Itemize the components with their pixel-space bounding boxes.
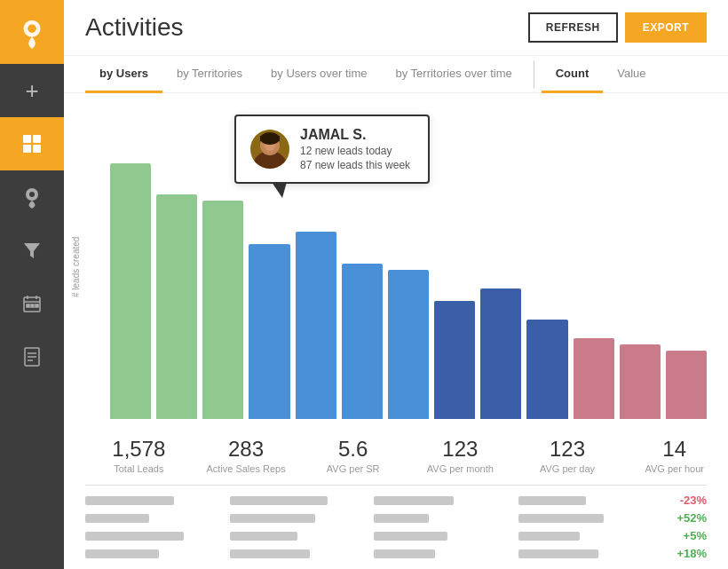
refresh-button[interactable]: REFRESH [528, 12, 618, 43]
sidebar: + [0, 0, 64, 569]
skeleton-line [518, 496, 586, 505]
sidebar-filter-icon[interactable] [0, 224, 64, 277]
stat-label-active-reps: Active Sales Reps [193, 463, 300, 474]
tab-by-territories-over-time[interactable]: by Territories over time [381, 56, 526, 93]
sidebar-calendar-icon[interactable] [0, 277, 64, 330]
bar-5[interactable] [296, 232, 336, 419]
chart-area: # leads created [64, 93, 728, 426]
bar-9[interactable] [480, 288, 521, 419]
tab-divider [534, 61, 534, 88]
user-tooltip: JAMAL S. 12 new leads today 87 new leads… [234, 115, 430, 184]
stat-active-reps: 283 Active Sales Reps [193, 437, 300, 474]
tab-by-users[interactable]: by Users [85, 56, 162, 93]
percent-row-1: -23% [680, 496, 707, 505]
tooltip-line1: 12 new leads today [300, 145, 410, 157]
tooltip-avatar [250, 130, 289, 169]
svg-rect-4 [23, 145, 31, 153]
skeleton-line [85, 496, 174, 505]
bar-2[interactable] [156, 194, 197, 419]
main-tabs: by Users by Territories by Users over ti… [85, 56, 526, 92]
skeleton-line [230, 532, 297, 541]
skeleton-line [518, 532, 580, 541]
list-col-2 [230, 496, 353, 558]
svg-rect-3 [33, 135, 41, 143]
stat-label-avg-hour: AVG per hour [621, 463, 728, 474]
svg-rect-14 [31, 304, 34, 307]
bar-11[interactable] [574, 338, 614, 419]
skeleton-line [518, 549, 598, 558]
skeleton-line [85, 549, 159, 558]
bar-8[interactable] [434, 301, 475, 419]
y-axis-label: # leads created [66, 107, 85, 426]
tabs-bar: by Users by Territories by Users over ti… [64, 56, 728, 93]
svg-marker-8 [24, 243, 40, 258]
header: Activities REFRESH EXPORT [64, 0, 728, 56]
sidebar-add-icon[interactable]: + [0, 64, 64, 117]
sidebar-document-icon[interactable] [0, 330, 64, 383]
skeleton-line [518, 514, 605, 523]
stats-row: 1,578 Total Leads 283 Active Sales Reps … [64, 426, 728, 485]
page-title: Activities [85, 13, 183, 42]
tab-by-territories[interactable]: by Territories [162, 56, 257, 93]
sidebar-logo[interactable] [0, 0, 64, 64]
percent-row-3: +5% [684, 532, 707, 541]
sidebar-grid-icon[interactable] [0, 117, 64, 170]
stat-label-total-leads: Total Leads [85, 463, 193, 474]
percent-row-4: +18% [677, 549, 707, 558]
stat-value-avg-hour: 14 [621, 437, 728, 462]
stat-avg-hour: 14 AVG per hour [621, 437, 728, 474]
skeleton-line [374, 514, 429, 523]
sidebar-location-icon[interactable] [0, 170, 64, 224]
bar-13[interactable] [666, 351, 707, 419]
stat-avg-sr: 5.6 AVG per SR [299, 437, 407, 474]
percent-row-2: +52% [677, 514, 707, 523]
percent-col: -23% +52% +5% +18% [662, 496, 707, 558]
bar-3[interactable] [202, 201, 243, 419]
stat-value-active-reps: 283 [193, 437, 300, 462]
stat-value-avg-sr: 5.6 [299, 437, 407, 462]
bar-6[interactable] [342, 264, 383, 420]
svg-rect-15 [36, 304, 38, 307]
skeleton-line [230, 496, 328, 505]
list-col-1 [85, 496, 209, 558]
skeleton-line [374, 496, 454, 505]
header-actions: REFRESH EXPORT [528, 12, 707, 43]
stat-value-avg-month: 123 [407, 437, 514, 462]
svg-rect-5 [33, 145, 41, 153]
bar-10[interactable] [526, 320, 567, 419]
tooltip-line2: 87 new leads this week [300, 159, 410, 171]
svg-rect-13 [27, 304, 29, 307]
svg-rect-24 [260, 136, 280, 141]
skeleton-line [230, 549, 310, 558]
bar-12[interactable] [620, 344, 661, 419]
bar-1[interactable] [110, 163, 151, 419]
tab-value[interactable]: Value [603, 56, 660, 93]
list-col-3 [374, 496, 497, 558]
bar-4[interactable] [249, 244, 289, 419]
skeleton-line [374, 532, 447, 541]
tooltip-name: JAMAL S. [300, 127, 410, 143]
stat-label-avg-day: AVG per day [514, 463, 621, 474]
list-col-4 [518, 496, 642, 558]
secondary-tabs: Count Value [542, 56, 661, 92]
stat-value-total-leads: 1,578 [85, 437, 193, 462]
stat-avg-month: 123 AVG per month [407, 437, 514, 474]
skeleton-line [230, 514, 316, 523]
svg-point-7 [29, 192, 35, 197]
main-content: Activities REFRESH EXPORT by Users by Te… [64, 0, 728, 569]
svg-rect-2 [23, 135, 31, 143]
tab-count[interactable]: Count [542, 56, 604, 93]
tooltip-info: JAMAL S. 12 new leads today 87 new leads… [300, 127, 410, 171]
skeleton-line [85, 514, 149, 523]
export-button[interactable]: EXPORT [625, 12, 707, 43]
tab-by-users-over-time[interactable]: by Users over time [257, 56, 381, 93]
skeleton-line [374, 549, 435, 558]
bottom-list: -23% +52% +5% +18% [64, 486, 728, 569]
stat-label-avg-month: AVG per month [407, 463, 514, 474]
skeleton-line [85, 532, 184, 541]
bar-chart: # leads created [85, 107, 707, 426]
bar-7[interactable] [388, 270, 429, 419]
stat-label-avg-sr: AVG per SR [299, 463, 407, 474]
svg-point-1 [28, 24, 36, 33]
stat-avg-day: 123 AVG per day [514, 437, 621, 474]
